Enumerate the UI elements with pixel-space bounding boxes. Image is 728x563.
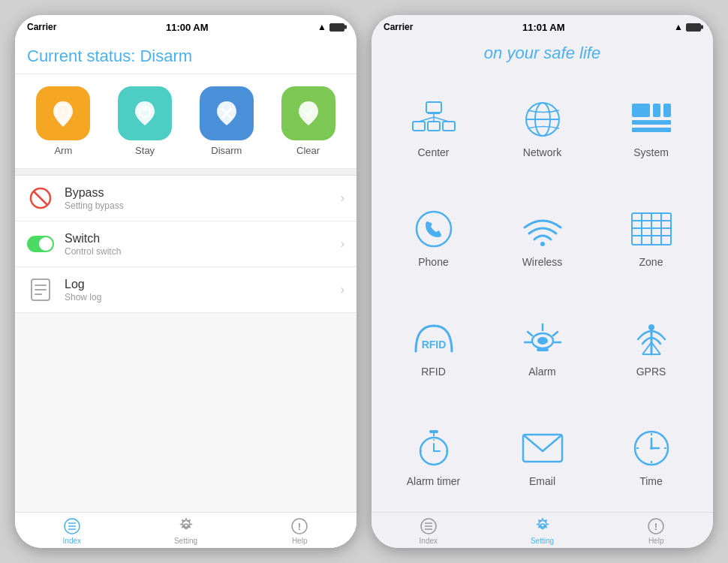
svg-text:!: ! [654, 521, 657, 532]
stay-label: Stay [135, 145, 155, 156]
grid-item-system[interactable]: System [597, 74, 705, 183]
grid-item-email[interactable]: Email [488, 402, 597, 512]
right-tab-index[interactable]: Index [372, 517, 486, 545]
switch-title: Switch [65, 232, 341, 245]
svg-rect-34 [632, 120, 671, 125]
grid-menu: Center Network [372, 74, 713, 512]
switch-icon [27, 236, 54, 252]
grid-item-time[interactable]: Time [597, 402, 705, 512]
left-phone: Carrier 11:00 AM ▲ Current status: Disar… [15, 15, 356, 548]
left-status-icons: ▲ [317, 22, 344, 32]
time-svg [632, 429, 671, 468]
left-tab-help[interactable]: ! Help [242, 517, 356, 545]
system-svg [630, 102, 672, 137]
bypass-subtitle: Setting bypass [65, 200, 341, 211]
right-tab-setting[interactable]: Setting [486, 517, 600, 545]
switch-list-item[interactable]: Switch Control switch › [15, 221, 356, 267]
svg-line-49 [528, 332, 532, 336]
svg-rect-22 [413, 122, 425, 131]
disarm-icon-bg [200, 86, 254, 140]
clear-icon-bg [281, 86, 335, 140]
section-separator [15, 169, 356, 175]
wifi-icon: ▲ [317, 22, 326, 32]
grid-item-zone[interactable]: Zone [597, 183, 705, 293]
right-tab-setting-label: Setting [531, 537, 554, 545]
left-time: 11:00 AM [166, 22, 209, 33]
right-tab-bar: Index Setting ! Help [372, 512, 713, 548]
alarm-svg [522, 320, 564, 357]
right-tab-help[interactable]: ! Help [599, 517, 713, 545]
right-battery-icon [686, 23, 701, 32]
log-icon [30, 278, 51, 302]
left-tab-index-label: Index [63, 537, 81, 545]
left-carrier: Carrier [27, 22, 56, 32]
bypass-list-item[interactable]: Bypass Setting bypass › [15, 176, 356, 221]
stay-icon [130, 98, 160, 128]
empty-section [15, 313, 356, 512]
svg-line-57 [651, 342, 660, 354]
svg-point-71 [650, 447, 653, 450]
svg-rect-24 [428, 122, 440, 131]
phone-label: Phone [418, 256, 448, 268]
svg-rect-61 [429, 430, 438, 433]
svg-point-8 [39, 237, 53, 251]
email-label: Email [529, 475, 555, 487]
bypass-icon-container [27, 185, 54, 212]
grid-item-center[interactable]: Center [379, 74, 488, 183]
network-label: Network [523, 146, 561, 158]
svg-rect-23 [443, 122, 455, 131]
svg-text:A: A [61, 108, 66, 116]
grid-item-rfid[interactable]: RFID RFID [379, 293, 488, 402]
grid-item-phone[interactable]: Phone [379, 183, 488, 293]
svg-rect-33 [663, 104, 671, 117]
switch-chevron: › [341, 237, 344, 251]
right-setting-tab-icon [534, 517, 552, 535]
log-chevron: › [341, 283, 344, 297]
left-tab-bar: Index Setting ! Help [15, 512, 356, 548]
disarm-label: Disarm [211, 145, 242, 156]
time-icon [627, 427, 675, 469]
log-title: Log [65, 278, 341, 291]
right-tab-help-label: Help [648, 537, 664, 545]
wireless-label: Wireless [522, 256, 563, 268]
right-carrier: Carrier [384, 22, 413, 32]
grid-item-network[interactable]: Network [488, 74, 597, 183]
arm-button[interactable]: A Arm [36, 86, 90, 156]
stay-icon-bg [118, 86, 172, 140]
zone-svg [630, 212, 672, 246]
svg-rect-21 [428, 113, 440, 114]
svg-text:!: ! [298, 521, 301, 532]
svg-rect-35 [632, 128, 671, 132]
svg-point-58 [648, 324, 654, 330]
grid-item-alarm[interactable]: Alarm [488, 293, 597, 402]
right-tab-index-label: Index [420, 537, 438, 545]
svg-rect-53 [537, 348, 549, 351]
grid-item-gprs[interactable]: GPRS [597, 293, 705, 402]
right-phone: Carrier 11:01 AM ▲ on your safe life [372, 15, 713, 548]
clear-icon [293, 98, 323, 128]
network-svg [522, 101, 564, 138]
system-icon [627, 98, 675, 140]
phone-icon [410, 208, 458, 250]
right-wifi-icon: ▲ [674, 22, 683, 32]
index-tab-icon [63, 517, 81, 535]
stay-button[interactable]: Stay [118, 86, 172, 156]
disarm-button[interactable]: Disarm [200, 86, 254, 156]
left-tab-index[interactable]: Index [15, 517, 129, 545]
left-status-bar: Carrier 11:00 AM ▲ [15, 15, 356, 36]
gprs-icon [627, 318, 675, 360]
grid-item-alarm-timer[interactable]: Alarm timer [379, 402, 488, 512]
right-status-bar: Carrier 11:01 AM ▲ [372, 15, 713, 36]
right-help-tab-icon: ! [647, 517, 665, 535]
log-icon-container [27, 276, 54, 303]
log-subtitle: Show log [65, 292, 341, 303]
grid-item-wireless[interactable]: Wireless [488, 183, 597, 293]
arm-icon-bg: A [36, 86, 90, 140]
clear-button[interactable]: Clear [281, 86, 335, 156]
battery-icon [329, 23, 344, 32]
switch-text: Switch Control switch [65, 232, 341, 257]
action-buttons-row: A Arm Stay [15, 74, 356, 169]
center-svg [411, 101, 456, 138]
log-list-item[interactable]: Log Show log › [15, 267, 356, 313]
left-tab-setting[interactable]: Setting [129, 517, 243, 545]
